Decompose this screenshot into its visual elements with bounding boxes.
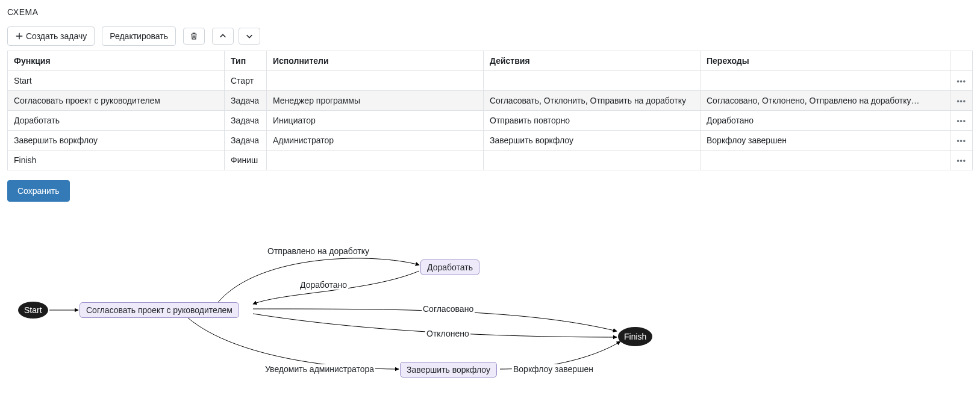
col-transitions[interactable]: Переходы (701, 51, 950, 71)
edge-notify-admin: Уведомить администратора (264, 364, 375, 374)
plus-icon (15, 32, 23, 40)
cell-performers: Администратор (267, 131, 484, 151)
move-up-button[interactable] (212, 28, 234, 45)
ellipsis-icon: ••• (957, 137, 966, 145)
col-actions[interactable]: Действия (484, 51, 701, 71)
ellipsis-icon: ••• (957, 157, 966, 165)
edge-reworked: Доработано (299, 280, 348, 290)
cell-performers (267, 151, 484, 170)
cell-actions (484, 151, 701, 170)
ellipsis-icon: ••• (957, 117, 966, 125)
table-row[interactable]: FinishФиниш••• (8, 151, 973, 170)
chevron-up-icon (219, 32, 227, 40)
row-menu[interactable]: ••• (950, 151, 973, 170)
row-menu[interactable]: ••• (950, 111, 973, 131)
node-start[interactable]: Start (18, 302, 48, 319)
create-task-label: Создать задачу (26, 31, 87, 42)
section-title: СХЕМА (7, 7, 973, 17)
cell-actions: Согласовать, Отклонить, Отправить на дор… (484, 91, 701, 111)
cell-func: Start (8, 71, 225, 91)
move-down-button[interactable] (239, 28, 260, 45)
edge-approved: Согласовано (422, 304, 475, 314)
table-row[interactable]: StartСтарт••• (8, 71, 973, 91)
cell-actions (484, 71, 701, 91)
row-menu[interactable]: ••• (950, 91, 973, 111)
delete-button[interactable] (183, 28, 205, 45)
cell-type: Старт (225, 71, 267, 91)
save-button[interactable]: Сохранить (7, 180, 70, 202)
create-task-button[interactable]: Создать задачу (7, 26, 95, 46)
table-row[interactable]: ДоработатьЗадачаИнициаторОтправить повто… (8, 111, 973, 131)
cell-type: Задача (225, 91, 267, 111)
edge-declined: Отклонено (425, 329, 470, 338)
cell-transitions: Доработано (701, 111, 950, 131)
edit-button[interactable]: Редактировать (102, 26, 176, 46)
row-menu[interactable]: ••• (950, 131, 973, 151)
cell-performers: Менеджер программы (267, 91, 484, 111)
cell-performers: Инициатор (267, 111, 484, 131)
col-type[interactable]: Тип (225, 51, 267, 71)
cell-type: Задача (225, 131, 267, 151)
cell-actions: Завершить воркфлоу (484, 131, 701, 151)
workflow-diagram: Start Согласовать проект с руководителем… (7, 220, 670, 388)
table-row[interactable]: Согласовать проект с руководителемЗадача… (8, 91, 973, 111)
ellipsis-icon: ••• (957, 77, 966, 85)
trash-icon (190, 32, 198, 40)
chevron-down-icon (245, 32, 254, 40)
cell-transitions (701, 151, 950, 170)
cell-actions: Отправить повторно (484, 111, 701, 131)
ellipsis-icon: ••• (957, 97, 966, 105)
cell-transitions: Согласовано, Отклонено, Отправлено на до… (701, 91, 950, 111)
cell-type: Финиш (225, 151, 267, 170)
edit-label: Редактировать (110, 31, 168, 42)
cell-func: Согласовать проект с руководителем (8, 91, 225, 111)
edge-wf-done: Воркфлоу завершен (512, 364, 595, 374)
cell-func: Завершить воркфлоу (8, 131, 225, 151)
toolbar: Создать задачу Редактировать (7, 26, 973, 46)
cell-performers (267, 71, 484, 91)
col-func[interactable]: Функция (8, 51, 225, 71)
cell-func: Доработать (8, 111, 225, 131)
node-approve[interactable]: Согласовать проект с руководителем (80, 302, 239, 318)
cell-transitions: Воркфлоу завершен (701, 131, 950, 151)
cell-type: Задача (225, 111, 267, 131)
row-menu[interactable]: ••• (950, 71, 973, 91)
schema-table: Функция Тип Исполнители Действия Переход… (7, 51, 973, 170)
node-complete[interactable]: Завершить воркфлоу (400, 362, 497, 378)
table-row[interactable]: Завершить воркфлоуЗадачаАдминистраторЗав… (8, 131, 973, 151)
node-rework[interactable]: Доработать (420, 260, 479, 275)
col-performers[interactable]: Исполнители (267, 51, 484, 71)
cell-func: Finish (8, 151, 225, 170)
col-menu (950, 51, 973, 71)
cell-transitions (701, 71, 950, 91)
edge-sent-rework: Отправлено на доработку (266, 246, 370, 256)
